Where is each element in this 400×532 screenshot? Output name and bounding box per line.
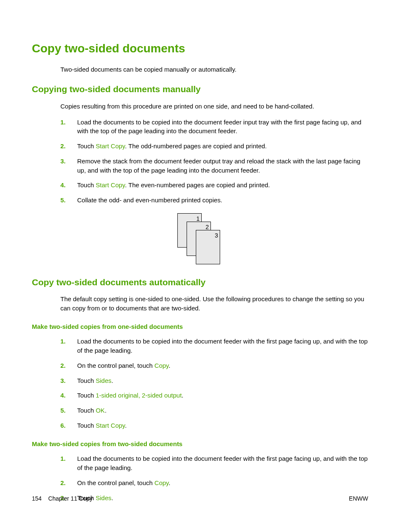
step-text: Touch <box>77 181 96 189</box>
list-item: On the control panel, touch Copy. <box>60 361 368 370</box>
step-text: . <box>169 362 170 369</box>
step-text: . <box>112 377 113 384</box>
page-footer: 154 Chapter 11 Copy ENWW <box>32 494 368 503</box>
auto-sub1-heading: Make two-sided copies from one-sided doc… <box>32 322 368 331</box>
auto-intro: The default copy setting is one-sided to… <box>60 294 368 313</box>
list-item: Touch 1-sided original, 2-sided output. <box>60 391 368 400</box>
step-text: . The even-numbered pages are copied and… <box>125 181 270 189</box>
footer-left: 154 Chapter 11 Copy <box>32 494 93 503</box>
step-text: Load the documents to be copied into the… <box>77 338 368 354</box>
auto-heading: Copy two-sided documents automatically <box>32 276 368 289</box>
ui-term: Start Copy <box>96 422 125 429</box>
ui-term: OK <box>96 407 105 414</box>
manual-steps: Load the documents to be copied into the… <box>60 118 368 205</box>
step-text: . <box>182 392 183 399</box>
ui-term: Copy <box>154 479 169 486</box>
ui-term: Start Copy <box>96 142 125 150</box>
ui-term: Start Copy <box>96 181 125 189</box>
step-text: Touch <box>77 377 96 384</box>
page-number: 154 <box>32 495 42 502</box>
list-item: Load the documents to be copied into the… <box>60 118 368 136</box>
list-item: Touch OK. <box>60 406 368 415</box>
diagram-page-3: 3 <box>196 230 220 264</box>
list-item: Touch Start Copy. The odd-numbered pages… <box>60 142 368 151</box>
step-text: Collate the odd- and even-numbered print… <box>77 196 222 204</box>
step-text: Load the documents to be copied into the… <box>77 455 368 471</box>
ui-term: 1-sided original, 2-sided output <box>96 392 182 399</box>
step-text: Touch <box>77 142 96 150</box>
collate-diagram: 1 2 3 <box>32 213 368 265</box>
page-title: Copy two-sided documents <box>32 40 368 57</box>
step-text: On the control panel, touch <box>77 362 154 369</box>
chapter-label: Chapter 11 Copy <box>48 495 93 502</box>
manual-intro: Copies resulting from this procedure are… <box>60 102 368 111</box>
list-item: Remove the stack from the document feede… <box>60 157 368 175</box>
step-text: Touch <box>77 422 96 429</box>
step-text: Load the documents to be copied into the… <box>77 119 361 135</box>
step-text: . The odd-numbered pages are copied and … <box>125 142 267 150</box>
list-item: Touch Sides. <box>60 376 368 385</box>
step-text: . <box>169 479 170 486</box>
list-item: Touch Start Copy. <box>60 421 368 430</box>
step-text: . <box>105 407 106 414</box>
list-item: On the control panel, touch Copy. <box>60 478 368 488</box>
step-text: On the control panel, touch <box>77 479 154 486</box>
step-text: Touch <box>77 407 96 414</box>
auto-sub2-heading: Make two-sided copies from two-sided doc… <box>32 439 368 449</box>
ui-term: Sides <box>96 377 112 384</box>
intro-text: Two-sided documents can be copied manual… <box>60 65 368 74</box>
footer-right: ENWW <box>349 494 368 503</box>
step-text: Touch <box>77 392 96 399</box>
step-text: . <box>125 422 127 429</box>
list-item: Touch Start Copy. The even-numbered page… <box>60 181 368 190</box>
list-item: Collate the odd- and even-numbered print… <box>60 196 368 205</box>
list-item: Load the documents to be copied into the… <box>60 337 368 355</box>
manual-heading: Copying two-sided documents manually <box>32 83 368 96</box>
ui-term: Copy <box>154 362 169 369</box>
auto-sub1-steps: Load the documents to be copied into the… <box>60 337 368 430</box>
list-item: Load the documents to be copied into the… <box>60 454 368 473</box>
step-text: Remove the stack from the document feede… <box>77 158 360 174</box>
